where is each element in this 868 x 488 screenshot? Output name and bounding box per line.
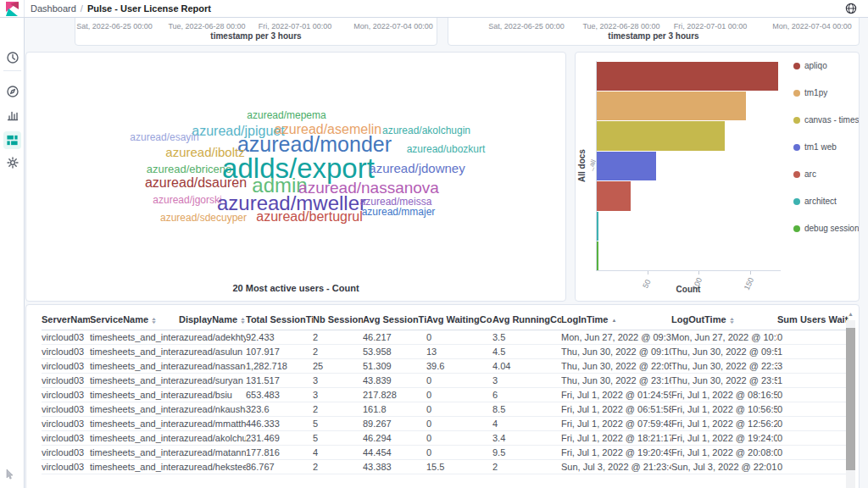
table-row[interactable]: vircloud03timesheets_and_internalfpmazur… bbox=[42, 446, 849, 460]
bar-apliqo[interactable] bbox=[597, 62, 778, 91]
scrollbar-up-arrow-icon[interactable]: ▲ bbox=[845, 309, 856, 319]
breadcrumb-dashboard-link[interactable]: Dashboard bbox=[31, 3, 76, 14]
tagcloud-word[interactable]: azuread/mepema bbox=[247, 110, 326, 120]
table-cell: vircloud03 bbox=[42, 388, 90, 402]
table-cell: 1,282.718 bbox=[246, 359, 313, 374]
time-axis-tick-label: Fri, 2022-07-01 00:00 bbox=[259, 22, 332, 30]
bar-arc[interactable] bbox=[597, 181, 631, 210]
column-header-displayname[interactable]: DisplayName▲▼ bbox=[179, 312, 246, 330]
legend-item-arc[interactable]: arc bbox=[793, 169, 860, 179]
table-row[interactable]: vircloud03timesheets_and_internalfpmazur… bbox=[42, 460, 849, 474]
table-cell: 86.767 bbox=[246, 460, 313, 474]
column-header-servername[interactable]: ServerName▲▼ bbox=[42, 312, 90, 330]
tagcloud-word[interactable]: azuread/dsauren bbox=[145, 176, 247, 190]
sort-icon[interactable]: ▲▼ bbox=[241, 317, 245, 324]
column-label: Total SessionTime bbox=[246, 314, 313, 324]
legend-item-canvas---timesheets[interactable]: canvas - timesheets bbox=[793, 115, 860, 125]
sidebar-item-visualize[interactable] bbox=[5, 108, 19, 122]
table-cell: 323.6 bbox=[246, 402, 313, 417]
sidebar-item-management[interactable] bbox=[5, 155, 19, 169]
tagcloud-word[interactable]: azuread/sdecuyper bbox=[160, 213, 247, 223]
bar-debug-session[interactable] bbox=[597, 241, 598, 270]
column-header-total-sessiontime[interactable]: Total SessionTime▲▼ bbox=[246, 312, 313, 330]
sort-icon[interactable]: ▲▼ bbox=[730, 317, 734, 324]
column-header-servicename[interactable]: ServiceName▲▼ bbox=[90, 312, 179, 330]
table-cell: 231.469 bbox=[246, 431, 313, 446]
table-cell: azuread/suryan bbox=[179, 374, 246, 388]
scrollbar-track[interactable] bbox=[846, 320, 855, 488]
table-cell: 2 bbox=[492, 460, 561, 474]
table-cell: Mon, Jun 27, 2022 @ 09:35:27.652 bbox=[561, 330, 671, 345]
tagcloud-word[interactable]: azuread/ubozkurt bbox=[407, 144, 486, 154]
table-cell: vircloud03 bbox=[42, 359, 90, 374]
bar-architect[interactable] bbox=[597, 212, 598, 241]
tagcloud-word[interactable]: azuread/bertugrul bbox=[256, 210, 362, 224]
table-row[interactable]: vircloud03timesheets_and_internalfpmazur… bbox=[42, 359, 849, 374]
tagcloud-word[interactable]: azuread/akolchugin bbox=[382, 125, 470, 136]
table-cell: timesheets_and_internalfpm bbox=[90, 345, 179, 359]
table-cell: Fri, Jul 1, 2022 @ 19:24:04.903 bbox=[671, 431, 777, 446]
table-cell: timesheets_and_internalfpm bbox=[90, 402, 179, 417]
table-row[interactable]: vircloud03timesheets_and_internalfpmazur… bbox=[42, 345, 849, 359]
time-axis-tick-label: Sat, 2022-06-25 00:00 bbox=[76, 22, 153, 30]
table-cell: azuread/asulun bbox=[179, 345, 246, 359]
table-cell: 1 bbox=[777, 374, 849, 388]
column-label: Sum Users Waiting bbox=[777, 314, 849, 324]
recently-viewed-icon[interactable] bbox=[5, 50, 19, 64]
column-header-nb-sessions[interactable]: Nb Sessions▲▼ bbox=[313, 312, 363, 330]
table-cell: 0 bbox=[426, 330, 492, 345]
tagcloud-word[interactable]: azuread/ebriceno bbox=[147, 164, 231, 175]
tagcloud-word[interactable]: azuread/jgorski bbox=[153, 195, 221, 205]
tagcloud-word[interactable]: azuread/jdowney bbox=[369, 162, 465, 175]
table-cell: Fri, Jul 1, 2022 @ 18:21:17.803 bbox=[561, 431, 671, 446]
table-cell: 3 bbox=[777, 359, 849, 374]
table-row[interactable]: vircloud03timesheets_and_internalfpmazur… bbox=[42, 330, 849, 345]
bar-tm1-web[interactable] bbox=[597, 152, 656, 180]
column-label: LogInTime bbox=[561, 314, 608, 324]
table-cell: azuread/nkaushal bbox=[179, 402, 246, 417]
table-row[interactable]: vircloud03timesheets_and_internalfpmazur… bbox=[42, 431, 849, 446]
app-header: Dashboard / Pulse - User License Report bbox=[0, 0, 868, 18]
legend-item-tm1py[interactable]: tm1py bbox=[793, 88, 860, 97]
bar-canvas---timesheets[interactable] bbox=[597, 121, 725, 150]
bar-tm1py[interactable] bbox=[597, 92, 746, 120]
sort-icon[interactable]: ▲▼ bbox=[152, 317, 156, 324]
column-header-avg-sessiontime[interactable]: Avg SessionTime▲▼ bbox=[363, 312, 426, 330]
table-scrollbar[interactable]: ▲ bbox=[845, 309, 856, 488]
column-header-avg-runningcount[interactable]: Avg RunningCount▲▼ bbox=[492, 312, 561, 330]
table-row[interactable]: vircloud03timesheets_and_internalfpmazur… bbox=[42, 374, 849, 388]
x-axis-tick-mark bbox=[750, 271, 751, 274]
table-row[interactable]: vircloud03timesheets_and_internalfpmazur… bbox=[42, 388, 849, 402]
globe-icon[interactable] bbox=[845, 3, 857, 14]
table-row[interactable]: vircloud03timesheets_and_internalfpmazur… bbox=[42, 417, 849, 431]
tagcloud-word[interactable]: azuread/esayin bbox=[130, 132, 198, 142]
legend-item-debug-session[interactable]: debug session bbox=[793, 224, 860, 233]
column-header-sum-users-waiting[interactable]: Sum Users Waiting▲▼ bbox=[777, 312, 849, 330]
column-header-logouttime[interactable]: LogOutTime▲▼ bbox=[671, 312, 777, 330]
table-cell: 3 bbox=[492, 374, 561, 388]
legend-item-architect[interactable]: architect bbox=[793, 197, 860, 206]
scrollbar-thumb[interactable] bbox=[846, 328, 855, 470]
table-cell: azuread/matannon bbox=[179, 446, 246, 460]
table-cell: Fri, Jul 1, 2022 @ 06:51:58.811 bbox=[561, 402, 671, 417]
table-cell: 131.517 bbox=[246, 374, 313, 388]
table-cell: azuread/bsiu bbox=[179, 388, 246, 402]
table-cell: 2 bbox=[313, 345, 363, 359]
sidebar-item-dashboard[interactable] bbox=[3, 131, 21, 149]
legend-dot bbox=[793, 117, 800, 124]
sidebar-item-discover[interactable] bbox=[5, 84, 19, 98]
kibana-logo[interactable] bbox=[0, 0, 25, 17]
column-header-avg-waitingcount[interactable]: Avg WaitingCount▲▼ bbox=[426, 312, 492, 330]
table-cell: 15.5 bbox=[426, 460, 492, 474]
column-header-logintime[interactable]: LogInTime▲ bbox=[561, 312, 671, 330]
tagcloud-word[interactable]: azuread/mmajer bbox=[362, 207, 436, 217]
table-cell: timesheets_and_internalfpm bbox=[90, 417, 179, 431]
table-cell: Mon, Jun 27, 2022 @ 10:36:52.644 bbox=[671, 330, 777, 345]
x-axis-tick-mark bbox=[698, 271, 699, 274]
table-cell: vircloud03 bbox=[42, 431, 90, 446]
legend-item-tm1-web[interactable]: tm1 web bbox=[793, 142, 860, 152]
legend-item-apliqo[interactable]: apliqo bbox=[793, 61, 860, 70]
table-row[interactable]: vircloud03timesheets_and_internalfpmazur… bbox=[42, 402, 849, 417]
sort-icon[interactable]: ▲ bbox=[611, 319, 616, 322]
barchart-panel: All docs _all 50100150 Count apliqotm1py… bbox=[575, 52, 860, 302]
